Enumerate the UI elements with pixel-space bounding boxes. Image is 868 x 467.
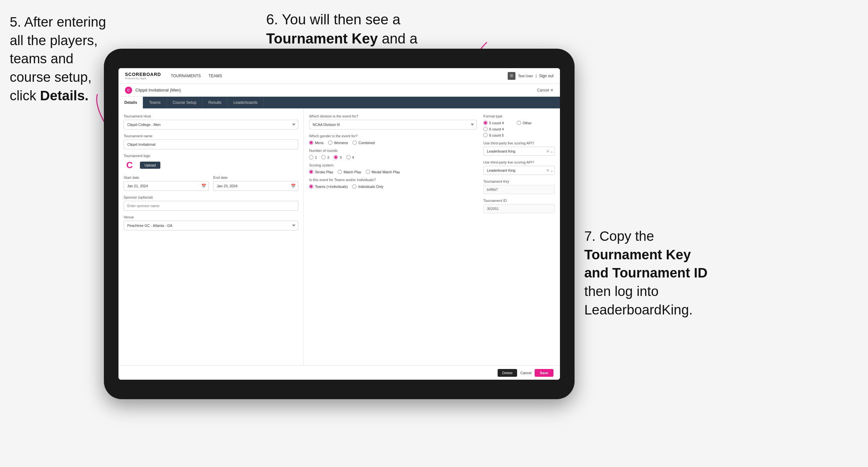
- format-5count4-radio[interactable]: [483, 121, 488, 125]
- format-5count4[interactable]: 5 count 4: [483, 121, 504, 125]
- teams-label: Is this event for Teams and/or Individua…: [309, 178, 477, 182]
- format-label: Format type: [483, 114, 555, 118]
- tournament-host-select[interactable]: Clippd College - Men: [124, 120, 298, 129]
- rounds-1[interactable]: 1: [309, 155, 317, 159]
- end-date-input[interactable]: [213, 181, 298, 191]
- tournament-key-input[interactable]: [483, 185, 555, 194]
- delete-button[interactable]: Delete: [498, 369, 517, 377]
- header-cancel-btn[interactable]: Cancel ✕: [537, 88, 554, 93]
- rounds-3[interactable]: 3: [334, 155, 341, 159]
- tab-leaderboards[interactable]: Leaderboards: [227, 97, 264, 108]
- tab-teams[interactable]: Teams: [143, 97, 166, 108]
- teams-teams-radio[interactable]: [309, 184, 313, 189]
- scoring-match-radio[interactable]: [338, 170, 342, 174]
- api2-input[interactable]: [483, 166, 555, 175]
- api2-select-wrapper: ✕ ⌄: [483, 166, 555, 175]
- logo-area: SCOREBOARD Powered by clippd: [125, 72, 161, 80]
- tournament-id-input[interactable]: [483, 204, 555, 213]
- rounds-2[interactable]: 2: [321, 155, 329, 159]
- ann-tr-bold1: Tournament Key: [266, 31, 378, 46]
- start-date-label: Start date: [124, 176, 209, 180]
- scoring-section: Scoring system Stroke Play Match Play Me…: [309, 163, 477, 174]
- rounds-4[interactable]: 4: [346, 155, 354, 159]
- rounds-2-radio[interactable]: [321, 155, 326, 159]
- scoring-match[interactable]: Match Play: [338, 170, 361, 174]
- tab-course-setup[interactable]: Course Setup: [167, 97, 203, 108]
- format-other[interactable]: Other: [517, 121, 532, 125]
- ann-left-line1: 5. After entering: [10, 14, 106, 30]
- rounds-3-radio[interactable]: [334, 155, 338, 159]
- start-date-input[interactable]: [124, 181, 209, 191]
- right-panel: Which division is the event for? NCAA Di…: [304, 108, 560, 366]
- api1-group: Use third-party live scoring API? ✕ ⌄: [483, 141, 555, 156]
- ann-br-text3: LeaderboardKing.: [584, 302, 693, 317]
- tournament-name-input[interactable]: [124, 139, 298, 149]
- format-6count4[interactable]: 6 count 4: [483, 127, 504, 131]
- gender-combined[interactable]: Combined: [352, 141, 375, 145]
- tournament-header: C Clippd Invitational (Men) Cancel ✕: [119, 84, 560, 97]
- tournament-key-group: Tournament Key: [483, 180, 555, 194]
- gender-mens[interactable]: Mens: [309, 141, 323, 145]
- division-select[interactable]: NCAA Division III: [309, 120, 477, 129]
- right-two-col: Which division is the event for? NCAA Di…: [309, 114, 555, 218]
- tab-bar: Details Teams Course Setup Results Leade…: [119, 97, 560, 108]
- gender-mens-radio[interactable]: [309, 141, 313, 145]
- tournament-name-label: Tournament name: [124, 134, 298, 138]
- rounds-1-radio[interactable]: [309, 155, 313, 159]
- api2-label: Use third-party live scoring API?: [483, 160, 555, 164]
- end-date-wrapper: 📅: [213, 181, 298, 191]
- venue-select[interactable]: Peachtree GC - Atlanta - GA: [124, 221, 298, 230]
- tournament-id-label: Tournament ID: [483, 198, 555, 203]
- bottom-bar: Delete Cancel Save: [119, 366, 560, 380]
- date-row: Start date 📅 End date 📅: [124, 176, 298, 195]
- api1-select-wrapper: ✕ ⌄: [483, 147, 555, 156]
- end-date-group: End date 📅: [213, 176, 298, 191]
- logo-c-icon: C: [126, 160, 133, 170]
- api1-input[interactable]: [483, 147, 555, 156]
- end-date-label: End date: [213, 176, 298, 180]
- teams-teams[interactable]: Teams (+Individuals): [309, 184, 348, 189]
- rounds-4-radio[interactable]: [346, 155, 350, 159]
- tab-results[interactable]: Results: [203, 97, 227, 108]
- sponsor-input[interactable]: [124, 201, 298, 211]
- api1-icons: ✕ ⌄: [546, 149, 553, 154]
- scoring-label: Scoring system: [309, 163, 477, 167]
- gender-womens-radio[interactable]: [328, 141, 332, 145]
- tournament-title: Clippd Invitational (Men): [135, 88, 537, 93]
- annotation-bottom-right: 7. Copy the Tournament Key and Tournamen…: [584, 227, 773, 319]
- nav-links: TOURNAMENTS TEAMS: [171, 72, 508, 80]
- nav-teams[interactable]: TEAMS: [209, 72, 222, 80]
- main-content: Tournament Host Clippd College - Men Tou…: [119, 108, 560, 366]
- tournament-logo-label: Tournament logo: [124, 154, 298, 158]
- scoring-medal[interactable]: Medal Match Play: [366, 170, 400, 174]
- teams-radio-group: Teams (+Individuals) Individuals Only: [309, 184, 477, 189]
- ann-tr-text2: and a: [378, 31, 417, 46]
- scoring-medal-radio[interactable]: [366, 170, 370, 174]
- logo-text: SCOREBOARD: [125, 72, 161, 77]
- gender-combined-radio[interactable]: [352, 141, 357, 145]
- gender-womens[interactable]: Womens: [328, 141, 348, 145]
- format-6count4-radio[interactable]: [483, 127, 488, 131]
- nav-tournaments[interactable]: TOURNAMENTS: [171, 72, 200, 80]
- format-6count5[interactable]: 6 count 5: [483, 133, 504, 137]
- rounds-section: Number of rounds 1 2 3: [309, 149, 477, 159]
- scoring-stroke[interactable]: Stroke Play: [309, 170, 333, 174]
- tab-details[interactable]: Details: [119, 97, 143, 108]
- tournament-icon: C: [125, 87, 132, 94]
- save-button[interactable]: Save: [535, 369, 554, 377]
- start-date-group: Start date 📅: [124, 176, 209, 191]
- tournament-key-label: Tournament Key: [483, 180, 555, 183]
- format-other-radio[interactable]: [517, 121, 521, 125]
- rounds-radio-group: 1 2 3 4: [309, 155, 477, 159]
- cancel-button[interactable]: Cancel: [520, 371, 531, 375]
- upload-button[interactable]: Upload: [140, 162, 160, 169]
- api2-icons: ✕ ⌄: [546, 168, 553, 173]
- division-group: Which division is the event for? NCAA Di…: [309, 114, 477, 129]
- format-right: Other: [517, 121, 532, 137]
- sign-out-link[interactable]: Sign out: [539, 72, 554, 80]
- scoring-stroke-radio[interactable]: [309, 170, 313, 174]
- teams-individuals-radio[interactable]: [352, 184, 356, 189]
- teams-individuals[interactable]: Individuals Only: [352, 184, 383, 189]
- format-6count5-radio[interactable]: [483, 133, 488, 137]
- logo-upload-row: C Upload: [124, 159, 298, 171]
